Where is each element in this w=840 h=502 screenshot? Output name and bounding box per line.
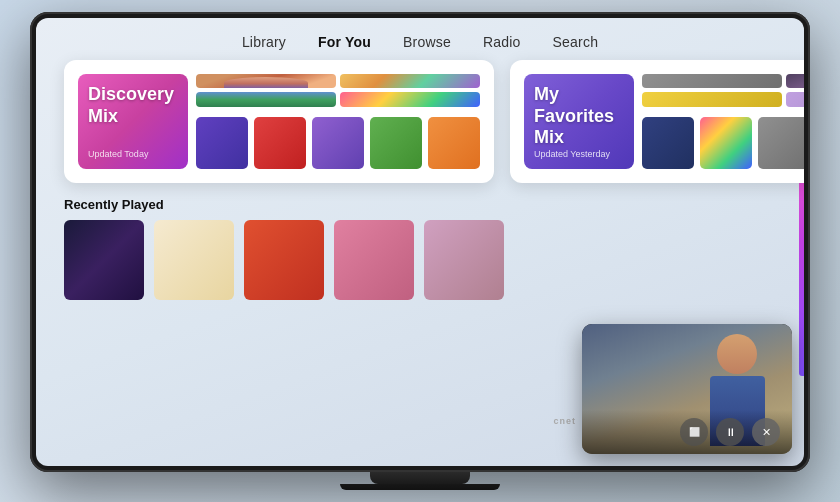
- video-controls: ⬜ ⏸ ✕: [582, 410, 792, 454]
- pause-icon: ⏸: [725, 427, 736, 438]
- album-small-5: [428, 117, 480, 169]
- video-overlay[interactable]: ⬜ ⏸ ✕: [582, 324, 792, 454]
- favorites-bg: My Favorites Mix Updated Yesterday: [524, 74, 634, 169]
- tv-base: [340, 484, 500, 490]
- album-thumb-4: [340, 92, 480, 106]
- nav-radio[interactable]: Radio: [483, 34, 521, 50]
- recent-album-1[interactable]: [64, 220, 144, 300]
- pause-button[interactable]: ⏸: [716, 418, 744, 446]
- recent-album-5[interactable]: [424, 220, 504, 300]
- fav-small-1: [642, 117, 694, 169]
- album-thumb-2: [340, 74, 480, 88]
- recently-played-row: [64, 220, 776, 300]
- fav-thumb-1: [642, 74, 782, 88]
- favorites-album-row: [642, 117, 804, 169]
- cnet-badge: cnet: [553, 416, 576, 426]
- favorites-mix-subtitle: Updated Yesterday: [534, 149, 624, 159]
- close-button[interactable]: ✕: [752, 418, 780, 446]
- video-content: ⬜ ⏸ ✕: [582, 324, 792, 454]
- fav-small-2: [700, 117, 752, 169]
- favorites-mix-card[interactable]: My Favorites Mix Updated Yesterday: [510, 60, 804, 183]
- recent-album-2[interactable]: [154, 220, 234, 300]
- discovery-mix-title: Discovery Mix: [88, 84, 178, 127]
- airplay-icon: ⬜: [689, 428, 700, 437]
- tv-stand: [370, 472, 470, 484]
- nav-for-you[interactable]: For You: [318, 34, 371, 50]
- fav-thumb-3: [642, 92, 782, 106]
- mix-section: Discovery Mix Updated Today: [64, 60, 776, 183]
- album-small-1: [196, 117, 248, 169]
- album-small-2: [254, 117, 306, 169]
- fav-thumb-2: [786, 74, 804, 88]
- airplay-button[interactable]: ⬜: [680, 418, 708, 446]
- discovery-album-row: [196, 117, 480, 169]
- discovery-mix-card[interactable]: Discovery Mix Updated Today: [64, 60, 494, 183]
- album-small-4: [370, 117, 422, 169]
- nav-browse[interactable]: Browse: [403, 34, 451, 50]
- fav-small-3: [758, 117, 804, 169]
- recently-played-title: Recently Played: [64, 197, 776, 212]
- close-icon: ✕: [762, 427, 771, 438]
- nav-bar: Library For You Browse Radio Search: [36, 18, 804, 60]
- discovery-bg: Discovery Mix Updated Today: [78, 74, 188, 169]
- main-content: Discovery Mix Updated Today: [36, 60, 804, 300]
- tv-screen: Library For You Browse Radio Search: [36, 18, 804, 466]
- recently-played-section: Recently Played: [64, 197, 776, 300]
- nav-search[interactable]: Search: [553, 34, 599, 50]
- fav-thumb-4: [786, 92, 804, 106]
- album-thumb-1: [196, 74, 336, 88]
- recent-album-3[interactable]: [244, 220, 324, 300]
- recent-album-4[interactable]: [334, 220, 414, 300]
- album-thumb-3: [196, 92, 336, 106]
- tv-frame: Library For You Browse Radio Search: [30, 12, 810, 472]
- favorites-mix-title: My Favorites Mix: [534, 84, 624, 149]
- album-small-3: [312, 117, 364, 169]
- discovery-mix-subtitle: Updated Today: [88, 149, 178, 159]
- nav-library[interactable]: Library: [242, 34, 286, 50]
